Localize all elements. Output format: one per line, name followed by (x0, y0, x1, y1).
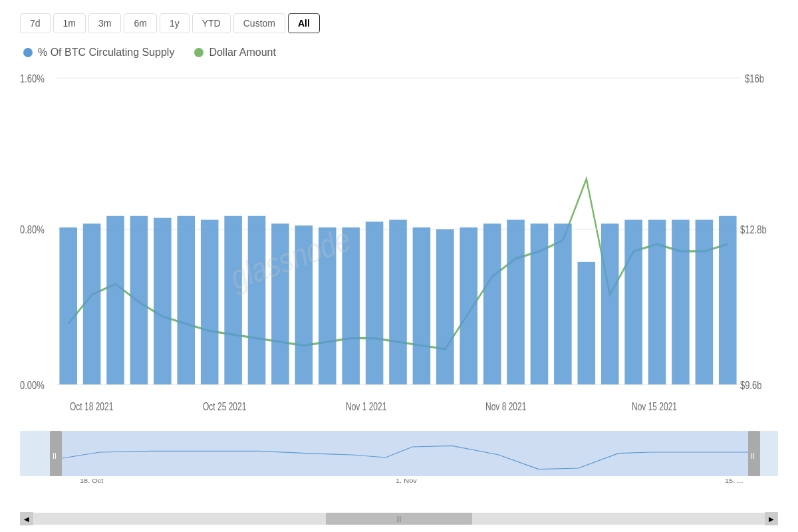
svg-text:Oct 25 2021: Oct 25 2021 (203, 400, 247, 412)
svg-text:$12.8b: $12.8b (740, 223, 767, 235)
svg-rect-28 (507, 220, 525, 385)
svg-rect-25 (436, 229, 454, 384)
svg-text:18. Oct: 18. Oct (80, 477, 104, 484)
svg-rect-30 (554, 223, 572, 384)
btn-ytd[interactable]: YTD (192, 13, 231, 33)
svg-text:Nov 15 2021: Nov 15 2021 (632, 400, 677, 412)
btn-3m[interactable]: 3m (88, 13, 121, 33)
svg-rect-23 (389, 220, 407, 385)
svg-rect-26 (460, 227, 477, 384)
svg-rect-32 (601, 223, 619, 384)
svg-rect-12 (130, 216, 148, 384)
btn-custom[interactable]: Custom (233, 13, 285, 33)
chart-area[interactable]: 1.60% 0.80% 0.00% $16b $12.8b $9.6b (20, 65, 778, 428)
svg-rect-34 (648, 220, 666, 385)
svg-text:$9.6b: $9.6b (740, 378, 762, 391)
chart-svg: 1.60% 0.80% 0.00% $16b $12.8b $9.6b (20, 65, 778, 428)
legend-label-btc: % Of BTC Circulating Supply (38, 47, 174, 59)
svg-rect-45 (50, 431, 755, 476)
chart-wrapper: 1.60% 0.80% 0.00% $16b $12.8b $9.6b (20, 65, 778, 428)
svg-text:||: || (53, 452, 57, 459)
legend-item-dollar: Dollar Amount (194, 47, 276, 59)
navigator-svg: || || 18. Oct 1. Nov 15. ... (20, 431, 778, 484)
navigator[interactable]: || || 18. Oct 1. Nov 15. ... (20, 431, 778, 511)
svg-text:||: || (751, 452, 755, 459)
chart-legend: % Of BTC Circulating Supply Dollar Amoun… (20, 47, 778, 59)
svg-rect-29 (531, 223, 549, 384)
btn-all[interactable]: All (288, 13, 320, 33)
svg-rect-11 (106, 216, 124, 384)
svg-rect-37 (719, 216, 737, 384)
svg-text:$16b: $16b (745, 72, 764, 84)
svg-text:Nov 8 2021: Nov 8 2021 (485, 400, 527, 412)
legend-label-dollar: Dollar Amount (209, 47, 276, 59)
scrollbar-track[interactable]: ||| (33, 513, 765, 525)
btn-7d[interactable]: 7d (20, 13, 51, 33)
time-range-buttons: 7d 1m 3m 6m 1y YTD Custom All (20, 13, 778, 33)
svg-rect-35 (672, 220, 690, 385)
scrollbar[interactable]: ◀ ||| ▶ (20, 512, 778, 525)
svg-rect-22 (366, 221, 384, 384)
svg-rect-27 (483, 223, 501, 384)
svg-rect-14 (177, 216, 195, 384)
svg-text:Oct 18 2021: Oct 18 2021 (70, 400, 114, 412)
scroll-right-arrow[interactable]: ▶ (765, 512, 778, 525)
legend-dot-green (194, 48, 203, 57)
svg-rect-15 (201, 220, 219, 385)
svg-text:15. ...: 15. ... (725, 477, 743, 484)
svg-rect-33 (624, 220, 642, 385)
scrollbar-thumb[interactable]: ||| (326, 513, 472, 525)
svg-rect-24 (413, 227, 431, 384)
svg-text:0.80%: 0.80% (20, 223, 45, 235)
svg-text:Nov 1 2021: Nov 1 2021 (346, 400, 387, 412)
svg-rect-13 (154, 218, 172, 384)
scroll-left-arrow[interactable]: ◀ (20, 512, 33, 525)
svg-rect-31 (578, 262, 596, 384)
svg-rect-16 (224, 216, 242, 384)
svg-text:1. Nov: 1. Nov (396, 477, 417, 484)
legend-item-btc: % Of BTC Circulating Supply (23, 47, 174, 59)
btn-1y[interactable]: 1y (160, 13, 190, 33)
svg-rect-36 (696, 220, 714, 385)
svg-text:1.60%: 1.60% (20, 72, 45, 84)
svg-rect-10 (83, 223, 101, 384)
btn-1m[interactable]: 1m (53, 13, 86, 33)
svg-rect-17 (248, 216, 266, 384)
svg-text:0.00%: 0.00% (20, 378, 45, 391)
main-container: 7d 1m 3m 6m 1y YTD Custom All % Of BTC C… (0, 0, 798, 532)
btn-6m[interactable]: 6m (124, 13, 156, 33)
legend-dot-blue (23, 48, 33, 57)
svg-rect-9 (59, 227, 77, 384)
